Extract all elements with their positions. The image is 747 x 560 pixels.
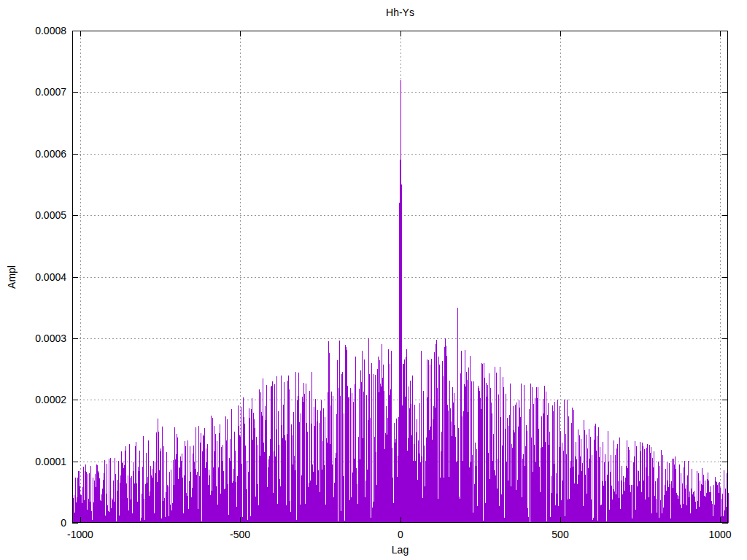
x-axis-label: Lag [72,544,728,556]
y-tick-label: 0.0002 [0,393,66,406]
x-tick-label: -1000 [47,528,113,541]
y-tick-label: 0.0006 [0,147,66,160]
x-tick-label: 1000 [687,528,747,541]
chart-title: Hh-Ys [72,7,728,18]
y-tick-label: 0.0008 [0,24,66,37]
y-tick-label: 0.0005 [0,209,66,222]
impulse-series [73,80,729,524]
plot-area [0,0,747,560]
y-tick-label: 0.0007 [0,85,66,98]
x-tick-label: 0 [368,528,433,541]
x-tick-label: -500 [207,528,273,541]
y-tick-label: 0.0001 [0,455,66,468]
y-tick-label: 0.0004 [0,271,66,284]
x-tick-label: 500 [527,528,593,541]
chart: Hh-Ys Ampl Lag 00.00010.00020.00030.0004… [0,0,747,560]
y-tick-label: 0.0003 [0,332,66,345]
